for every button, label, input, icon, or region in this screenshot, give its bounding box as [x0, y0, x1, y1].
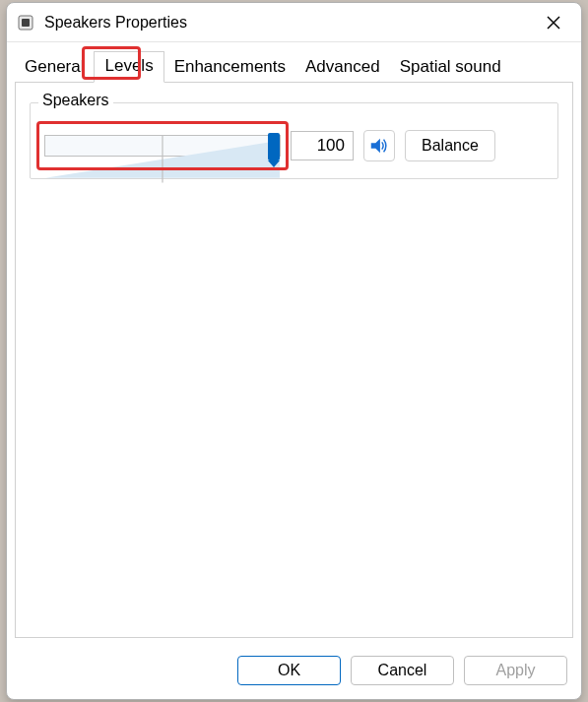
slider-thumb[interactable]: [268, 133, 280, 160]
mute-button[interactable]: [363, 130, 395, 161]
tab-general[interactable]: General: [15, 53, 94, 83]
tab-advanced[interactable]: Advanced: [295, 53, 390, 83]
cancel-button[interactable]: Cancel: [351, 656, 454, 685]
tab-panel-levels: Speakers 100: [15, 82, 573, 638]
volume-slider[interactable]: [44, 129, 281, 162]
close-button[interactable]: [534, 5, 573, 40]
group-label: Speakers: [38, 92, 113, 109]
app-icon: [17, 14, 34, 32]
tab-levels[interactable]: Levels: [94, 51, 163, 83]
slider-track: [44, 135, 281, 157]
window-title: Speakers Properties: [44, 14, 534, 32]
speaker-icon: [368, 135, 390, 157]
group-speakers: Speakers 100: [30, 102, 558, 179]
close-icon: [547, 16, 560, 30]
volume-value: 100: [291, 131, 354, 160]
level-row: 100 Balance: [44, 129, 544, 162]
tab-enhancements[interactable]: Enhancements: [164, 53, 295, 83]
dialog-button-row: OK Cancel Apply: [7, 646, 581, 699]
svg-rect-1: [22, 19, 30, 27]
balance-button[interactable]: Balance: [405, 130, 495, 161]
tab-strip: General Levels Enhancements Advanced Spa…: [7, 42, 581, 82]
ok-button[interactable]: OK: [237, 656, 341, 685]
titlebar: Speakers Properties: [7, 3, 581, 42]
window: Speakers Properties General Levels Enhan…: [6, 2, 582, 700]
tab-spatial-sound[interactable]: Spatial sound: [390, 53, 511, 83]
apply-button: Apply: [464, 656, 567, 685]
